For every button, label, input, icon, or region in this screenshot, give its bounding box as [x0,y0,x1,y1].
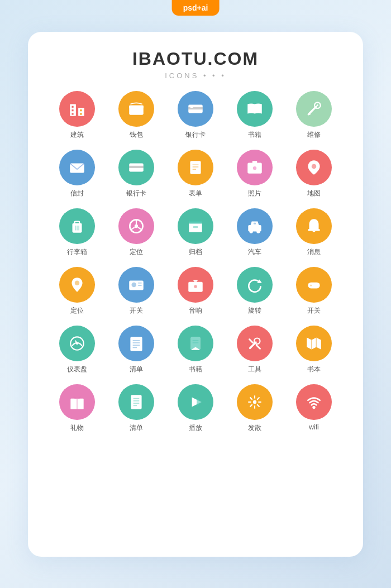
icon-item-map2: 书本 [287,326,341,374]
svg-point-46 [249,230,252,233]
icon-circle-play[interactable] [178,384,213,420]
icon-label-29: wifi [309,423,318,431]
svg-rect-44 [193,226,198,228]
icon-item-map: 地图 [287,150,341,198]
icon-circle-form[interactable] [178,150,213,185]
icon-item-bookmark: 书籍 [169,326,222,374]
svg-point-52 [132,282,137,287]
icon-circle-pin[interactable] [59,267,95,303]
svg-point-38 [135,224,138,227]
icon-circle-camera[interactable] [178,267,213,303]
svg-rect-8 [129,105,144,108]
icon-label-11: 定位 [130,247,143,257]
icon-circle-gift[interactable] [59,384,95,420]
icon-item-wallet: 钱包 [109,91,163,140]
svg-rect-33 [75,221,80,224]
icon-label-13: 汽车 [248,247,261,257]
icon-circle-wallet[interactable] [118,91,154,127]
top-badge: psd+ai [172,0,220,16]
icon-label-28: 发散 [248,423,261,433]
icon-circle-building[interactable] [59,91,95,127]
svg-point-64 [76,342,78,344]
icon-circle-envelope[interactable] [59,150,95,185]
icon-circle-wrench[interactable] [296,91,332,127]
icon-circle-book-open[interactable] [237,91,273,127]
icon-item-gift: 礼物 [50,384,104,433]
icon-item-wifi: wifi [287,384,341,433]
icon-item-idcard: 开关 [109,267,163,315]
svg-rect-30 [252,161,258,163]
icon-circle-rotate[interactable] [237,267,273,303]
icon-circle-doc[interactable] [118,384,154,420]
icon-item-camera: 音响 [169,267,222,315]
svg-line-76 [256,345,260,348]
icon-item-list: 清单 [109,326,163,374]
icon-label-19: 开关 [307,306,321,315]
icon-circle-scatter[interactable] [237,384,273,420]
icon-circle-toggle[interactable] [296,267,332,303]
icon-label-22: 书籍 [189,365,202,374]
icon-circle-car[interactable] [237,208,273,244]
icon-label-17: 音响 [189,306,202,315]
icon-label-21: 清单 [130,365,143,374]
icon-label-27: 播放 [189,423,202,433]
svg-point-31 [312,164,317,169]
icon-circle-map2[interactable] [296,326,332,361]
icon-circle-creditcard[interactable] [178,91,213,127]
icon-circle-steering[interactable] [118,208,154,244]
icon-item-form: 表单 [169,150,222,198]
icon-item-tools: 工具 [228,326,282,374]
svg-point-57 [194,285,197,288]
icon-label-8: 照片 [248,189,261,198]
icon-circle-wifi[interactable] [296,384,332,420]
icon-item-book-open: 书籍 [228,91,282,140]
icon-circle-bookmark[interactable] [178,326,213,361]
icon-circle-bell[interactable] [296,208,332,244]
icon-circle-map[interactable] [296,150,332,185]
svg-rect-6 [80,113,82,114]
svg-point-29 [253,166,256,169]
svg-rect-3 [71,109,73,111]
icon-label-20: 仪表盘 [67,365,87,374]
icon-circle-idcard[interactable] [118,267,154,303]
svg-line-96 [257,404,259,407]
icon-item-luggage: 行李箱 [50,208,104,257]
svg-line-98 [250,404,252,407]
icon-item-creditcard: 银行卡 [169,91,222,140]
icon-item-bell: 消息 [287,208,341,257]
svg-point-9 [139,109,141,112]
icon-circle-archive[interactable] [178,208,213,244]
svg-line-16 [316,104,318,107]
icon-circle-photo[interactable] [237,150,273,185]
svg-rect-12 [190,111,193,112]
icon-item-building: 建筑 [50,91,104,140]
svg-point-74 [254,338,260,344]
icon-label-0: 建筑 [70,130,84,140]
card-header: IBAOTU.COM ICONS [132,49,259,80]
svg-rect-21 [131,169,136,170]
icon-item-rotate: 旋转 [228,267,282,315]
icon-circle-creditcard2[interactable] [118,150,154,185]
svg-line-97 [257,397,259,399]
icon-label-10: 行李箱 [67,247,87,257]
svg-rect-20 [129,165,144,168]
icon-circle-dashboard[interactable] [59,326,95,361]
icon-circle-tools[interactable] [237,326,273,361]
svg-point-90 [253,400,256,403]
icon-label-24: 书本 [307,365,321,374]
icon-label-2: 银行卡 [185,130,206,140]
icon-item-car: 汽车 [228,208,282,257]
svg-rect-22 [190,161,201,174]
icon-label-26: 清单 [130,423,143,433]
icon-item-pin: 定位 [50,267,104,315]
svg-rect-13 [190,106,193,107]
icon-item-wrench: 维修 [287,91,341,140]
svg-point-61 [310,284,312,286]
icon-item-photo: 照片 [228,150,282,198]
svg-rect-83 [131,395,141,409]
icon-circle-luggage[interactable] [59,208,95,244]
icon-label-23: 工具 [248,365,261,374]
icon-item-steering: 定位 [109,208,163,257]
svg-rect-65 [130,337,142,351]
icon-circle-list[interactable] [118,326,154,361]
